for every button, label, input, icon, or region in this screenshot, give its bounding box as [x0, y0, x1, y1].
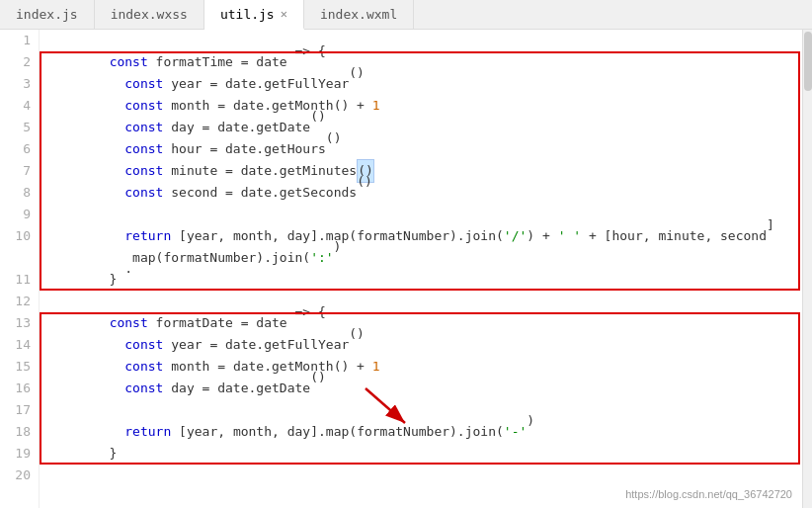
watermark: https://blog.csdn.net/qq_36742720: [625, 488, 792, 500]
tab-index-wxss[interactable]: index.wxss: [95, 0, 204, 29]
code-line-8: const second = date.getSeconds(): [47, 182, 802, 204]
tab-index-wxml[interactable]: index.wxml: [304, 0, 414, 29]
code-area[interactable]: const formatTime = date => { const year …: [40, 30, 802, 508]
code-line-7: const minute = date.getMinutes(): [47, 160, 802, 182]
code-line-12: [47, 291, 802, 312]
code-line-2: const formatTime = date => {: [47, 51, 802, 73]
code-line-6: const hour = date.getHours(): [47, 138, 802, 160]
code-line-17: [47, 399, 802, 421]
code-line-20: [47, 465, 802, 486]
code-line-14: const year = date.getFullYear(): [47, 334, 802, 356]
code-line-3: const year = date.getFullYear(): [47, 73, 802, 95]
code-line-10b: .map(formatNumber).join(':'): [47, 247, 802, 269]
line-numbers: 1 2 3 4 5 6 7 8 9 10 11 12 13 14 15 16 1…: [0, 30, 40, 508]
close-icon[interactable]: ✕: [281, 8, 287, 20]
code-line-4: const month = date.getMonth() + 1: [47, 95, 802, 117]
tab-index-js[interactable]: index.js: [0, 0, 95, 29]
tab-bar: index.js index.wxss util.js ✕ index.wxml: [0, 0, 812, 30]
code-line-10a: return [year, month, day].map(formatNumb…: [47, 225, 802, 247]
code-line-11: }: [47, 269, 802, 291]
scrollbar[interactable]: [802, 30, 812, 508]
code-line-1: [47, 30, 802, 51]
code-line-5: const day = date.getDate(): [47, 117, 802, 138]
editor: 1 2 3 4 5 6 7 8 9 10 11 12 13 14 15 16 1…: [0, 30, 812, 508]
code-line-15: const month = date.getMonth() + 1: [47, 356, 802, 378]
code-line-19: }: [47, 443, 802, 465]
code-line-9: [47, 204, 802, 225]
code-line-16: const day = date.getDate(): [47, 378, 802, 399]
code-line-13: const formatDate = date => {: [47, 312, 802, 334]
code-line-18: return [year, month, day].map(formatNumb…: [47, 421, 802, 443]
tab-util-js[interactable]: util.js ✕: [204, 0, 304, 30]
